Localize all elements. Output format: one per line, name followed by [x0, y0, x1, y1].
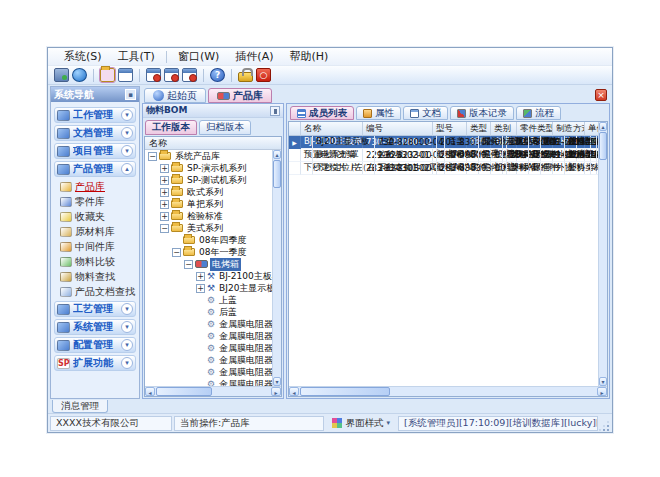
tree-node-单把系列[interactable]: +单把系列	[145, 198, 272, 210]
column-header-制造方式[interactable]: 制造方式	[553, 122, 585, 136]
tree-node-08年一季度[interactable]: −08年一季度	[145, 246, 272, 258]
tree-node-BJ20主显示板[interactable]: +⚒BJ20主显示板	[145, 282, 272, 294]
window-doc-2-icon[interactable]	[164, 68, 179, 82]
scroll-thumb[interactable]	[156, 387, 212, 396]
column-header-类别[interactable]: 类别	[491, 122, 517, 136]
scroll-up-icon[interactable]: ▴	[273, 150, 281, 159]
expand-icon[interactable]: +	[160, 200, 169, 209]
tree-vertical-scrollbar[interactable]: ▴ ▾	[272, 150, 281, 386]
tree-node-电烤箱[interactable]: −电烤箱	[145, 258, 272, 270]
collapse-icon[interactable]: −	[184, 260, 193, 269]
expand-icon[interactable]: +	[160, 164, 169, 173]
column-header-类型[interactable]: 类型	[467, 122, 491, 136]
sidebar-item-产品库[interactable]: 产品库	[53, 179, 137, 194]
menu-item-3[interactable]: 插件(A)	[227, 48, 281, 65]
tab-流程[interactable]: 流程	[516, 106, 561, 120]
sidebar-item-零件库[interactable]: 零件库	[53, 194, 137, 209]
expand-icon[interactable]: +	[160, 188, 169, 197]
scroll-thumb[interactable]	[300, 387, 390, 396]
chevron-down-icon[interactable]: ▾	[121, 127, 133, 139]
chevron-down-icon[interactable]: ▾	[121, 357, 133, 369]
tree-node-系统产品库[interactable]: −系统产品库	[145, 150, 272, 162]
tree-node-SP-测试机系列[interactable]: +SP-测试机系列	[145, 174, 272, 186]
workspace-icon[interactable]	[54, 68, 69, 82]
column-header-型号[interactable]: 型号	[433, 122, 467, 136]
tab-版本记录[interactable]: 版本记录	[450, 106, 514, 120]
doc-tab-起始页[interactable]: 起始页	[144, 88, 206, 103]
tab-属性[interactable]: 属性	[356, 106, 401, 120]
chevron-down-icon[interactable]: ▾	[121, 303, 133, 315]
tab-工作版本[interactable]: 工作版本	[145, 120, 197, 135]
tree-node-美式系列[interactable]: −美式系列	[145, 222, 272, 234]
table-row[interactable]: 下秒定位片（四）283-830303-00X塑料ABS零件塑料类标准件外协条	[363, 162, 598, 175]
table-row[interactable]: 长磁头支架229-823401-00X塑料ABS零件塑料类标准件外协条	[585, 136, 598, 149]
sidebar-section-工作管理[interactable]: 工作管理▾	[54, 107, 136, 123]
doc-tab-产品库[interactable]: 产品库	[208, 88, 272, 103]
menu-item-0[interactable]: 系统(S)	[56, 48, 110, 65]
expand-icon[interactable]: +	[196, 284, 205, 293]
tree-node-金属膜电阻器[interactable]: ⚙金属膜电阻器	[145, 354, 272, 366]
sidebar-section-工艺管理[interactable]: 工艺管理▾	[54, 301, 136, 317]
scroll-left-icon[interactable]: ◂	[145, 387, 155, 396]
menu-item-1[interactable]: 工具(T)	[110, 48, 163, 65]
chevron-down-icon[interactable]: ▾	[121, 321, 133, 333]
resize-grip[interactable]	[600, 422, 610, 432]
chevron-down-icon[interactable]: ▾	[121, 339, 133, 351]
sidebar-item-物料比较[interactable]: 物料比较	[53, 254, 137, 269]
tree-node-金属膜电阻器[interactable]: ⚙金属膜电阻器	[145, 318, 272, 330]
scroll-right-icon[interactable]: ▸	[597, 387, 607, 396]
sidebar-section-系统管理[interactable]: 系统管理▾	[54, 319, 136, 335]
table-vertical-scrollbar[interactable]: ▴ ▾	[598, 122, 607, 386]
expand-icon[interactable]: +	[196, 272, 205, 281]
sidebar-section-文档管理[interactable]: 文档管理▾	[54, 125, 136, 141]
sidebar-item-物料查找[interactable]: 物料查找	[53, 269, 137, 284]
expand-icon[interactable]: +	[160, 212, 169, 221]
tree-node-SP-演示机系列[interactable]: +SP-演示机系列	[145, 162, 272, 174]
scroll-thumb[interactable]	[273, 160, 281, 188]
help-icon[interactable]: ?	[210, 68, 225, 82]
tree-node-金属膜电阻器[interactable]: ⚙金属膜电阻器	[145, 378, 272, 386]
menu-item-4[interactable]: 帮助(H)	[281, 48, 336, 65]
tab-message-management[interactable]: 消息管理	[52, 400, 108, 413]
tree-column-header[interactable]: 名称	[145, 137, 281, 150]
tree-node-金属膜电阻器[interactable]: ⚙金属膜电阻器	[145, 342, 272, 354]
sidebar-item-原材料库[interactable]: 原材料库	[53, 224, 137, 239]
sidebar-section-项目管理[interactable]: 项目管理▾	[54, 143, 136, 159]
tree-node-上盖[interactable]: ⚙上盖	[145, 294, 272, 306]
globe-icon[interactable]	[72, 68, 87, 82]
window-layout-icon[interactable]	[118, 68, 133, 82]
sidebar-options-icon[interactable]: ▪	[125, 89, 136, 100]
tree-node-金属膜电阻器[interactable]: ⚙金属膜电阻器	[145, 330, 272, 342]
column-header-编号[interactable]: 编号	[363, 122, 433, 136]
column-header-单位[interactable]: 单位	[585, 122, 598, 136]
sidebar-section-产品管理[interactable]: 产品管理▴	[54, 161, 136, 177]
sidebar-item-收藏夹[interactable]: 收藏夹	[53, 209, 137, 224]
column-header-名称[interactable]: 名称	[301, 122, 363, 136]
lock-icon[interactable]	[238, 72, 253, 82]
table-horizontal-scrollbar[interactable]: ◂ ▸	[289, 386, 607, 396]
tree-node-08年四季度[interactable]: 08年四季度	[145, 234, 272, 246]
tab-归档版本[interactable]: 归档版本	[199, 120, 251, 135]
chevron-down-icon[interactable]: ▾	[121, 145, 133, 157]
tree-node-金属膜电阻器[interactable]: ⚙金属膜电阻器	[145, 366, 272, 378]
tree-node-检验标准[interactable]: +检验标准	[145, 210, 272, 222]
sidebar-item-产品文档查找[interactable]: 产品文档查找	[53, 284, 137, 299]
menu-item-2[interactable]: 窗口(W)	[170, 48, 227, 65]
chevron-up-icon[interactable]: ▴	[121, 163, 133, 175]
scroll-thumb[interactable]	[599, 132, 607, 160]
sidebar-section-扩展功能[interactable]: SP扩展功能▾	[54, 355, 136, 371]
scroll-right-icon[interactable]: ▸	[271, 387, 281, 396]
sidebar-item-中间件库[interactable]: 中间件库	[53, 239, 137, 254]
column-header-零件类型[interactable]: 零件类型	[517, 122, 553, 136]
tab-文档[interactable]: 文档	[403, 106, 448, 120]
window-doc-1-icon[interactable]	[146, 68, 161, 82]
scroll-up-icon[interactable]: ▴	[599, 122, 607, 131]
tree-horizontal-scrollbar[interactable]: ◂ ▸	[145, 386, 281, 396]
exit-icon[interactable]: ○	[256, 68, 271, 82]
folder-icon[interactable]	[100, 68, 115, 82]
collapse-icon[interactable]: −	[148, 152, 157, 161]
collapse-icon[interactable]: −	[160, 224, 169, 233]
scroll-down-icon[interactable]: ▾	[273, 377, 281, 386]
sidebar-section-配置管理[interactable]: 配置管理▾	[54, 337, 136, 353]
collapse-icon[interactable]: −	[172, 248, 181, 257]
